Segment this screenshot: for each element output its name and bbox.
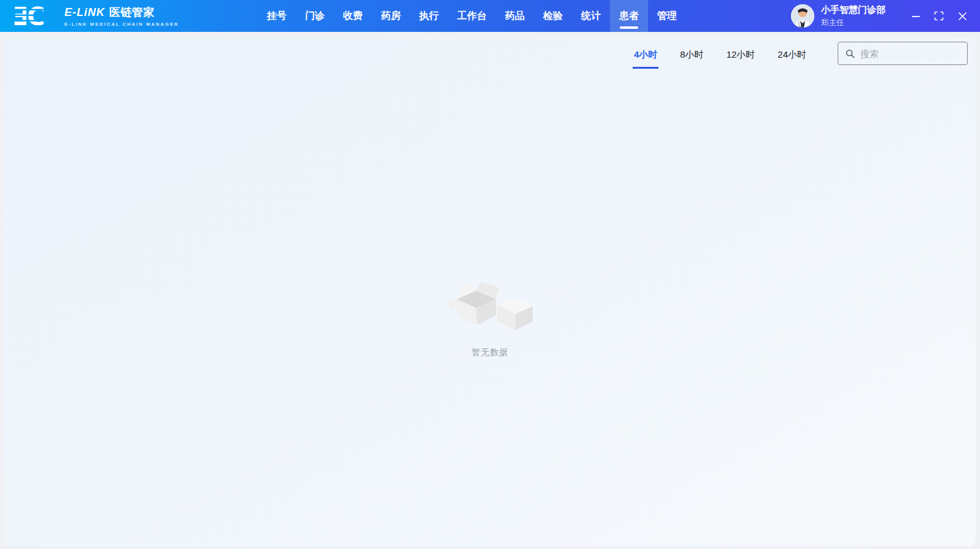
logo-mark-icon: ƎC [14,4,55,28]
nav-item-billing[interactable]: 收费 [334,0,372,32]
svg-text:ƎC: ƎC [14,4,44,28]
search-input[interactable] [860,48,960,59]
tab-8h[interactable]: 8小时 [679,49,704,69]
minimize-icon [911,12,920,21]
user-avatar[interactable] [791,4,814,28]
empty-state-message: 暂无数据 [444,347,536,358]
panel-toolbar: 4小时 8小时 12小时 24小时 [633,42,968,69]
nav-item-pharmacy[interactable]: 药房 [372,0,410,32]
empty-state: 暂无数据 [444,278,536,358]
search-icon [846,48,855,59]
nav-item-management[interactable]: 管理 [648,0,686,32]
empty-boxes-icon [444,278,536,330]
user-profile[interactable]: 小手智慧门诊部 郑主任 [791,0,895,32]
close-icon [958,12,967,21]
brand-tagline: E-LINK MEDICAL CHAIN MANAGER [64,21,179,27]
search-box[interactable] [838,42,968,65]
nav-item-statistics[interactable]: 统计 [572,0,610,32]
app-window: ƎC E-LiNK医链管家 E-LINK MEDICAL CHAIN MANAG… [0,0,980,549]
nav-item-execution[interactable]: 执行 [410,0,448,32]
time-range-tabs: 4小时 8小时 12小时 24小时 [633,42,808,69]
nav-item-lab[interactable]: 检验 [534,0,572,32]
tab-4h[interactable]: 4小时 [633,49,658,69]
brand-name: E-LiNK医链管家 [64,5,179,20]
maximize-button[interactable] [930,7,948,25]
nav-item-workbench[interactable]: 工作台 [448,0,496,32]
user-info: 小手智慧门诊部 郑主任 [821,4,885,28]
user-role: 郑主任 [821,18,885,28]
nav-item-registration[interactable]: 挂号 [258,0,296,32]
tab-24h[interactable]: 24小时 [776,49,808,69]
minimize-button[interactable] [906,7,925,25]
brand-logo: ƎC E-LiNK医链管家 E-LINK MEDICAL CHAIN MANAG… [0,0,258,32]
main-nav: 挂号 门诊 收费 药房 执行 工作台 药品 检验 统计 患者 管理 [258,0,686,32]
tab-12h[interactable]: 12小时 [725,49,757,69]
navbar-spacer [686,0,791,32]
window-controls [895,0,980,32]
doctor-avatar-icon [791,4,814,28]
top-navbar: ƎC E-LiNK医链管家 E-LINK MEDICAL CHAIN MANAG… [0,0,980,32]
nav-item-patients[interactable]: 患者 [610,0,648,32]
close-button[interactable] [953,7,971,25]
nav-item-drugs[interactable]: 药品 [496,0,534,32]
nav-item-outpatient[interactable]: 门诊 [296,0,334,32]
brand-text: E-LiNK医链管家 E-LINK MEDICAL CHAIN MANAGER [64,5,179,27]
main-content-panel: 4小时 8小时 12小时 24小时 [4,38,976,546]
maximize-icon [934,11,944,21]
clinic-name: 小手智慧门诊部 [821,4,885,16]
